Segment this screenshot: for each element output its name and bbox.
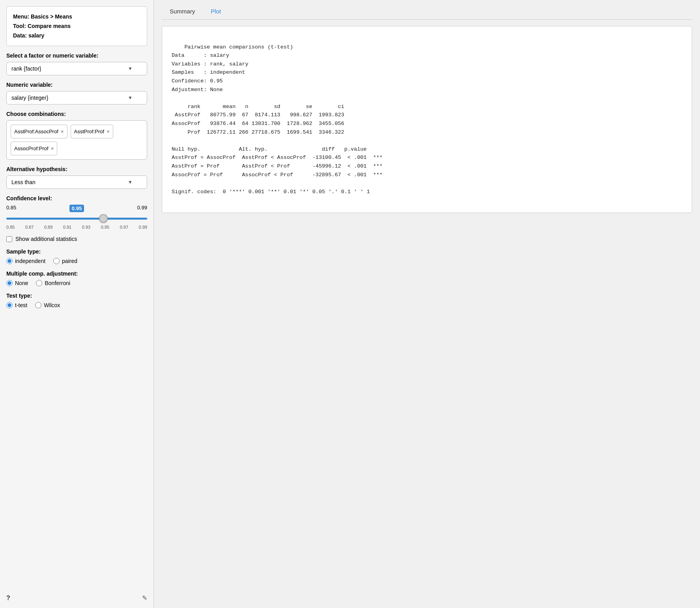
radio-none-input[interactable]	[6, 280, 13, 286]
left-panel: Menu: Basics > Means Tool: Compare means…	[0, 0, 154, 608]
combo-tag-3[interactable]: AssocProf:Prof ×	[11, 142, 57, 155]
radio-paired[interactable]: paired	[53, 258, 77, 264]
factor-value: rank {factor}	[11, 65, 41, 72]
slider-thumb[interactable]	[99, 214, 108, 223]
show-stats-row: Show additional statistics	[6, 236, 147, 242]
output-text: Pairwise mean comparisons (t-test) Data …	[172, 44, 383, 195]
show-stats-checkbox[interactable]	[6, 236, 12, 242]
numeric-section: Numeric variable: salary {integer} ▼	[6, 82, 147, 104]
right-panel: Summary Plot Pairwise mean comparisons (…	[154, 0, 700, 608]
slider-min-label: 0.85	[6, 205, 16, 212]
help-button[interactable]: ?	[6, 595, 10, 602]
radio-ttest[interactable]: t-test	[6, 302, 27, 308]
radio-none-label: None	[15, 280, 28, 286]
info-box: Menu: Basics > Means Tool: Compare means…	[6, 6, 147, 46]
slider-track	[6, 218, 147, 220]
slider-current-value: 0.95	[69, 205, 84, 212]
slider-track-container[interactable]	[6, 214, 147, 223]
test-type-radio-row: t-test Wilcox	[6, 302, 147, 308]
hypothesis-value: Less than	[11, 179, 36, 185]
sample-type-section: Sample type: independent paired	[6, 248, 147, 264]
adjustment-label: Multiple comp. adjustment:	[6, 270, 147, 277]
radio-wilcox-input[interactable]	[35, 302, 41, 308]
radio-bonferroni-label: Bonferroni	[45, 280, 70, 286]
tick-3: 0.91	[63, 225, 71, 229]
combinations-section: Choose combinations: AsstProf:AssocProf …	[6, 111, 147, 160]
output-box: Pairwise mean comparisons (t-test) Data …	[162, 26, 692, 213]
hypothesis-arrow-icon: ▼	[128, 179, 133, 185]
radio-none[interactable]: None	[6, 280, 28, 286]
hypothesis-section: Alternative hypothesis: Less than ▼	[6, 166, 147, 189]
factor-arrow-icon: ▼	[128, 66, 133, 71]
radio-independent-label: independent	[15, 258, 45, 264]
tab-summary[interactable]: Summary	[162, 4, 203, 20]
tab-plot-label: Plot	[211, 8, 221, 15]
confidence-label: Confidence level:	[6, 195, 147, 201]
sample-type-radio-row: independent paired	[6, 258, 147, 264]
show-stats-label: Show additional statistics	[15, 236, 77, 242]
tick-6: 0.97	[120, 225, 128, 229]
tick-2: 0.89	[44, 225, 52, 229]
combo-tag-1-remove[interactable]: ×	[61, 129, 64, 134]
combinations-label: Choose combinations:	[6, 111, 147, 117]
info-line2: Tool: Compare means	[13, 22, 140, 31]
hypothesis-dropdown[interactable]: Less than ▼	[6, 175, 147, 189]
factor-section: Select a factor or numeric variable: ran…	[6, 52, 147, 75]
combo-tag-3-label: AssocProf:Prof	[14, 145, 49, 151]
tick-0: 0.85	[6, 225, 15, 229]
radio-ttest-label: t-test	[15, 302, 27, 308]
bottom-bar: ? ✎	[6, 588, 147, 602]
tab-plot[interactable]: Plot	[203, 4, 229, 20]
test-type-label: Test type:	[6, 293, 147, 299]
radio-paired-input[interactable]	[53, 258, 60, 264]
radio-wilcox-label: Wilcox	[44, 302, 60, 308]
slider-top-labels: 0.85 0.95 0.99	[6, 205, 147, 212]
factor-label: Select a factor or numeric variable:	[6, 52, 147, 59]
slider-tick-labels: 0.85 0.87 0.89 0.91 0.93 0.95 0.97 0.99	[6, 225, 147, 229]
combo-tag-1-label: AsstProf:AssocProf	[14, 129, 58, 134]
adjustment-radio-row: None Bonferroni	[6, 280, 147, 286]
numeric-dropdown[interactable]: salary {integer} ▼	[6, 91, 147, 104]
sample-type-label: Sample type:	[6, 248, 147, 255]
tick-7: 0.99	[139, 225, 147, 229]
radio-ttest-input[interactable]	[6, 302, 13, 308]
tick-1: 0.87	[25, 225, 34, 229]
hypothesis-label: Alternative hypothesis:	[6, 166, 147, 172]
numeric-value: salary {integer}	[11, 95, 48, 101]
tick-5: 0.95	[101, 225, 109, 229]
factor-dropdown[interactable]: rank {factor} ▼	[6, 62, 147, 75]
combo-tag-1[interactable]: AsstProf:AssocProf ×	[11, 125, 67, 138]
info-line3: Data: salary	[13, 31, 140, 41]
combo-tag-3-remove[interactable]: ×	[51, 145, 54, 151]
combo-tag-2-remove[interactable]: ×	[107, 129, 110, 134]
tabs-row: Summary Plot	[162, 4, 692, 20]
slider-max-label: 0.99	[137, 205, 147, 212]
radio-independent[interactable]: independent	[6, 258, 45, 264]
adjustment-section: Multiple comp. adjustment: None Bonferro…	[6, 270, 147, 286]
combinations-box: AsstProf:AssocProf × AsstProf:Prof × Ass…	[6, 120, 147, 160]
numeric-label: Numeric variable:	[6, 82, 147, 88]
combo-tag-2[interactable]: AsstProf:Prof ×	[71, 125, 113, 138]
test-type-section: Test type: t-test Wilcox	[6, 293, 147, 308]
radio-bonferroni-input[interactable]	[36, 280, 42, 286]
tick-4: 0.93	[82, 225, 90, 229]
radio-paired-label: paired	[62, 258, 77, 264]
radio-wilcox[interactable]: Wilcox	[35, 302, 60, 308]
confidence-section: Confidence level: 0.85 0.95 0.99 0.85 0.…	[6, 195, 147, 229]
edit-icon[interactable]: ✎	[142, 594, 147, 602]
radio-independent-input[interactable]	[6, 258, 13, 264]
numeric-arrow-icon: ▼	[128, 95, 133, 101]
radio-bonferroni[interactable]: Bonferroni	[36, 280, 70, 286]
info-line1: Menu: Basics > Means	[13, 12, 140, 22]
combo-tag-2-label: AsstProf:Prof	[74, 129, 105, 134]
tab-summary-label: Summary	[170, 8, 195, 15]
